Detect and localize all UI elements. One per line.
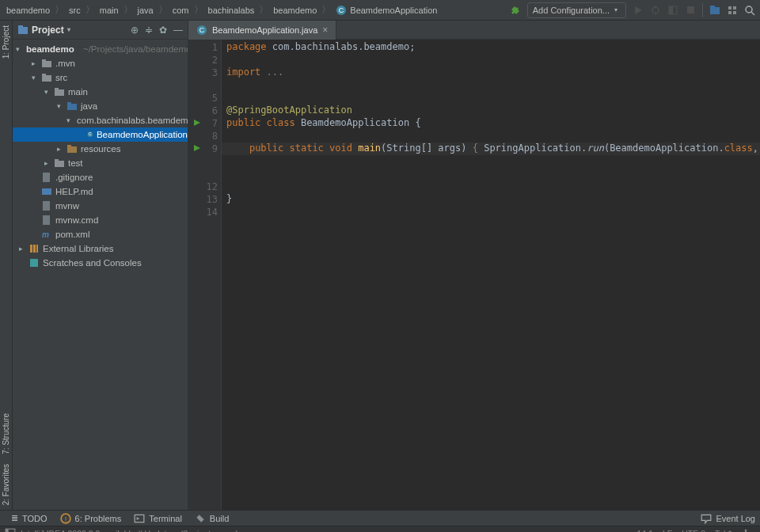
tree-gitignore[interactable]: .gitignore — [13, 170, 188, 184]
tree-help[interactable]: HELP.md — [13, 184, 188, 199]
svg-rect-43 — [30, 259, 38, 267]
project-structure-icon[interactable] — [709, 5, 720, 16]
svg-line-15 — [751, 12, 754, 15]
crumb-java[interactable]: java — [136, 6, 155, 15]
tree-mvnw[interactable]: mvnw — [13, 199, 188, 213]
folder-icon — [41, 58, 52, 69]
crumb-main[interactable]: main — [98, 6, 120, 15]
svg-rect-6 — [669, 6, 673, 14]
select-opened-file-icon[interactable]: ⊕ — [131, 25, 139, 36]
chevron-down-icon[interactable]: ▾ — [41, 88, 51, 96]
svg-text:C: C — [89, 133, 92, 137]
crumb-project[interactable]: beamdemo — [5, 6, 51, 15]
tree-mvnwcmd[interactable]: mvnw.cmd — [13, 213, 188, 227]
left-tab-favorites[interactable]: 2: Favorites — [0, 459, 12, 510]
build-icon[interactable] — [510, 5, 521, 16]
svg-text:C: C — [339, 6, 344, 14]
bottom-tab-todo[interactable]: ≣TODO — [5, 513, 54, 523]
status-git-icon[interactable] — [736, 529, 755, 533]
expand-all-icon[interactable]: ≑ — [145, 25, 153, 36]
crumb-class[interactable]: C BeamdemoApplication — [334, 5, 439, 16]
tree-test[interactable]: ▸test — [13, 156, 188, 170]
chevron-down-icon[interactable]: ▾ — [16, 45, 20, 53]
breadcrumb[interactable]: beamdemo〉 src〉 main〉 java〉 com〉 bachinal… — [5, 3, 439, 17]
svg-rect-13 — [733, 11, 736, 14]
tree-external-libraries[interactable]: ▸External Libraries — [13, 241, 188, 256]
tree-pom[interactable]: mpom.xml — [13, 227, 188, 241]
chevron-right-icon[interactable]: ▸ — [54, 145, 63, 153]
run-icon[interactable] — [633, 5, 644, 16]
project-toolwindow: Project ▾ ⊕ ≑ ✿ — ▾ beamdemo ~/Projects/… — [13, 21, 188, 510]
svg-rect-27 — [67, 102, 71, 104]
project-view-icon — [17, 25, 28, 36]
status-message[interactable]: IntelliJ IDEA 2020.2.2 available // Upda… — [21, 529, 238, 533]
tree-src[interactable]: ▾src — [13, 70, 188, 85]
status-encoding[interactable]: UTF-8 — [677, 529, 710, 533]
status-indent[interactable]: Tab* — [710, 529, 736, 533]
close-icon[interactable]: × — [322, 25, 328, 36]
chevron-down-icon[interactable]: ▾ — [28, 74, 38, 82]
settings-icon[interactable] — [727, 5, 738, 16]
svg-rect-32 — [67, 145, 71, 147]
stop-icon[interactable] — [685, 5, 696, 16]
left-tab-project[interactable]: 1: Project — [0, 21, 12, 63]
tree-java[interactable]: ▾java — [13, 99, 188, 113]
search-icon[interactable] — [744, 5, 755, 16]
class-icon: C — [336, 5, 347, 16]
svg-rect-25 — [55, 88, 59, 90]
tree-root[interactable]: ▾ beamdemo ~/Projects/java/beamdemo — [13, 42, 188, 56]
bottom-tab-problems[interactable]: !6: Problems — [54, 513, 128, 524]
bottom-tab-terminal[interactable]: Terminal — [127, 513, 188, 524]
chevron-right-icon[interactable]: ▸ — [16, 245, 25, 253]
tree-class-selected[interactable]: CBeamdemoApplication — [13, 127, 188, 142]
status-bar-toggle-icon[interactable] — [5, 528, 16, 533]
left-tab-structure[interactable]: 7: Structure — [0, 408, 12, 459]
svg-rect-33 — [55, 161, 64, 167]
crumb-src[interactable]: src — [67, 6, 82, 15]
status-caret[interactable]: 14:1 — [633, 529, 658, 533]
svg-point-14 — [746, 6, 752, 13]
chevron-right-icon[interactable]: ▸ — [41, 159, 51, 167]
bottom-tab-build[interactable]: Build — [188, 513, 235, 524]
chevron-down-icon[interactable]: ▾ — [66, 116, 70, 124]
status-line-separator[interactable]: LF — [658, 529, 677, 533]
svg-rect-51 — [6, 529, 8, 532]
tree-package[interactable]: ▾com.bachinalabs.beamdemo — [13, 113, 188, 127]
svg-rect-36 — [42, 188, 51, 195]
svg-point-2 — [652, 7, 659, 13]
svg-text:C: C — [200, 26, 205, 34]
file-icon — [41, 215, 52, 226]
svg-rect-17 — [18, 25, 23, 28]
hide-toolwindow-icon[interactable]: — — [173, 25, 183, 36]
debug-icon[interactable] — [650, 5, 661, 16]
editor-gutter[interactable]: 1 2 3 5 6 7 8 9 12 13 14 — [188, 40, 222, 510]
editor-tab[interactable]: C BeamdemoApplication.java × — [188, 21, 336, 40]
tree-scratches[interactable]: Scratches and Consoles — [13, 256, 188, 270]
tree-main[interactable]: ▾main — [13, 85, 188, 99]
project-tree[interactable]: ▾ beamdemo ~/Projects/java/beamdemo ▸.mv… — [13, 40, 188, 510]
coverage-icon[interactable] — [667, 5, 678, 16]
project-toolwindow-title[interactable]: Project ▾ — [17, 25, 70, 36]
svg-rect-8 — [710, 7, 720, 14]
svg-rect-37 — [43, 201, 50, 211]
svg-text:m: m — [42, 230, 49, 239]
run-gutter-icon[interactable] — [194, 145, 200, 151]
editor-tabs: C BeamdemoApplication.java × — [188, 21, 760, 40]
crumb-com[interactable]: com — [171, 6, 191, 15]
run-gutter-icon[interactable] — [194, 120, 200, 126]
crumb-labs[interactable]: bachinalabs — [207, 6, 256, 15]
toolwindow-settings-icon[interactable]: ✿ — [159, 25, 167, 36]
libraries-icon — [28, 243, 40, 254]
tree-mvn[interactable]: ▸.mvn — [13, 56, 188, 70]
bottom-event-log[interactable]: Event Log — [701, 513, 755, 524]
chevron-right-icon[interactable]: ▸ — [28, 59, 38, 67]
add-configuration-button[interactable]: Add Configuration... ▾ — [527, 2, 626, 18]
class-icon: C — [196, 25, 207, 36]
tree-resources[interactable]: ▸resources — [13, 142, 188, 156]
editor-body[interactable]: package com.bachinalabs.beamdemo; import… — [222, 40, 760, 510]
svg-rect-21 — [42, 59, 46, 62]
svg-rect-23 — [42, 74, 46, 76]
crumb-pkg[interactable]: beamdemo — [272, 6, 318, 15]
chevron-down-icon[interactable]: ▾ — [54, 102, 63, 110]
toolbar-separator — [702, 3, 703, 17]
